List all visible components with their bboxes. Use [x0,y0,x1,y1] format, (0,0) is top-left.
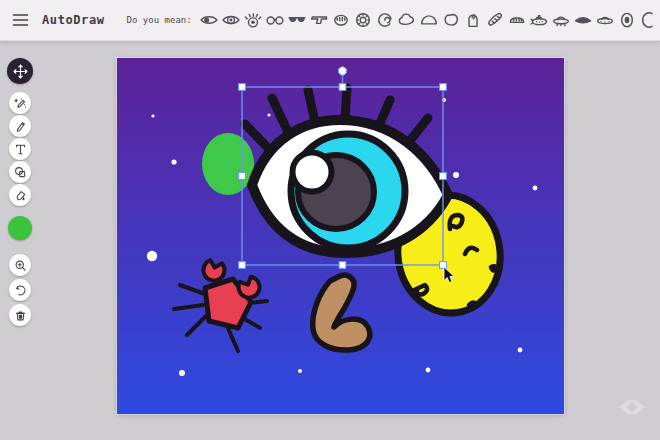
hamburger-icon[interactable] [12,9,29,31]
flying-saucer-icon[interactable] [573,10,593,30]
google-developers-logo [616,398,648,416]
selection-handle[interactable] [239,262,246,269]
cookie-icon[interactable] [353,10,373,30]
draw-tool[interactable] [9,115,31,137]
selection-handle[interactable] [239,173,246,180]
actions-group [9,254,31,326]
drawing-canvas[interactable] [117,58,564,414]
tools-group [9,92,31,206]
selection-handle[interactable] [440,173,447,180]
ring-oval-icon[interactable] [617,10,637,30]
selection-handle[interactable] [440,262,447,269]
fill-tool[interactable] [9,184,31,206]
hill-icon[interactable] [419,10,439,30]
submarine-icon[interactable] [529,10,549,30]
autodraw-tool[interactable] [9,92,31,114]
potato-icon[interactable] [441,10,461,30]
burger-icon[interactable] [331,10,351,30]
suggestions [199,10,660,30]
sunglasses-icon[interactable] [287,10,307,30]
winking-eye-icon[interactable] [199,10,219,30]
selection-handle[interactable] [440,84,447,91]
zoom-tool[interactable] [9,254,31,276]
eye-highlight [293,153,332,192]
select-tool[interactable] [7,58,33,84]
eyeball-icon[interactable] [221,10,241,30]
open-oval-icon[interactable] [639,10,659,30]
suggest-label: Do you mean: [127,15,192,25]
baguette-icon[interactable] [485,10,505,30]
donut-icon[interactable] [375,10,395,30]
selection-handle[interactable] [339,262,346,269]
select-group [7,58,33,84]
spaceship-icon[interactable] [595,10,615,30]
toast-icon[interactable] [463,10,483,30]
rotation-handle[interactable] [338,67,346,75]
cloud-icon[interactable] [397,10,417,30]
tool-sidebar [0,40,40,440]
glasses-icon[interactable] [265,10,285,30]
green-ellipse-shape[interactable] [202,133,254,195]
swatch-group [8,216,32,240]
topbar: AutoDraw Do you mean: [0,0,660,40]
color-swatch[interactable] [8,216,32,240]
selection-handle[interactable] [239,84,246,91]
app-title: AutoDraw [42,13,105,27]
pistol-icon[interactable] [309,10,329,30]
bread-icon[interactable] [507,10,527,30]
ufo-icon[interactable] [551,10,571,30]
delete-button[interactable] [9,304,31,326]
eye-with-lashes-icon[interactable] [243,10,263,30]
shape-tool[interactable] [9,161,31,183]
selection-handle[interactable] [339,84,346,91]
type-tool[interactable] [9,138,31,160]
undo-button[interactable] [9,279,31,301]
